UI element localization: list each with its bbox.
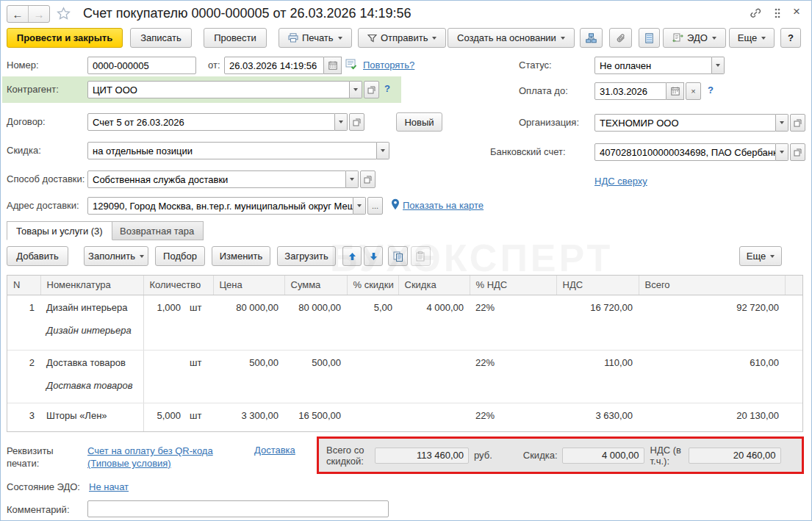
favorite-star-icon[interactable] [57,7,71,24]
repeat-link[interactable]: Повторять? [363,60,414,71]
report-rows-icon [645,33,653,43]
new-contract-button[interactable]: Новый [396,112,442,132]
copy-rows-button[interactable] [388,246,408,266]
col-total[interactable]: Всего [639,276,785,295]
date-field[interactable]: 26.03.2026 14:19:56 [224,57,342,74]
table-more-button[interactable]: Еще [739,246,782,266]
get-link-icon[interactable] [749,7,761,20]
vat-total-value: 20 460,00 [689,448,781,464]
add-row-button[interactable]: Добавить [7,246,68,266]
pay-until-field[interactable]: 31.03.2026 × [594,82,701,100]
forward-button[interactable]: → [28,6,49,22]
col-discount-pct[interactable]: % скидки [347,276,398,295]
open-record-icon[interactable] [790,114,805,132]
col-nomenclature[interactable]: Номенклатура [40,276,143,295]
invoice-window: ← → Счет покупателю 0000-000005 от 26.03… [0,0,812,521]
more-button[interactable]: Еще [729,28,775,48]
cell-sum: 80 000,00 [284,295,347,350]
col-vat-pct[interactable]: % НДС [470,276,556,295]
tab-returnable-tare[interactable]: Возвратная тара [110,221,204,240]
clear-date-button[interactable]: × [686,82,701,100]
load-button[interactable]: Загрузить [277,246,336,266]
chevron-down-icon[interactable] [346,170,359,188]
cell-discount-pct: 5,00 [347,295,398,350]
show-on-map-link[interactable]: Показать на карте [403,200,484,211]
move-down-button[interactable] [364,246,383,266]
col-price[interactable]: Цена [213,276,284,295]
col-discount[interactable]: Скидка [398,276,470,295]
number-field[interactable]: 0000-000005 [87,57,196,74]
cell-discount-pct [347,350,398,403]
bank-account-field[interactable]: 40702810100000034698, ПАО Сбербанк [594,143,805,161]
status-field[interactable]: Не оплачен [594,57,725,74]
col-sum[interactable]: Сумма [284,276,347,295]
attachments-button[interactable] [609,28,632,48]
organization-field[interactable]: ТЕХНОМИР ООО [594,114,805,132]
create-based-on-button[interactable]: Создать на основании [448,28,575,48]
address-more-button[interactable]: ... [367,197,383,215]
counterparty-help[interactable]: ? [384,83,390,94]
delivery-method-label: Способ доставки: [7,173,85,184]
cell-n: 3 [7,403,40,431]
print-button[interactable]: Печать [279,28,352,48]
table-row[interactable]: 3 Шторы «Лен» 5,000шт 3 300,00 16 500,00… [7,403,802,431]
calendar-icon[interactable] [324,57,342,74]
copy-icon [393,251,403,262]
open-record-icon[interactable] [360,170,376,188]
table-row[interactable]: 2 Доставка товаров Доставка товаров шт 5… [7,350,802,403]
cell-discount: 4 000,00 [398,295,470,350]
cell-total: 20 130,00 [639,403,785,431]
tab-goods-services[interactable]: Товары и услуги (3) [7,221,112,240]
edit-button[interactable]: Изменить [212,246,270,266]
chevron-down-icon[interactable] [776,143,788,161]
calendar-icon[interactable] [667,82,684,100]
fill-button[interactable]: Заполнить [84,246,148,266]
chevron-down-icon[interactable] [712,57,725,74]
dropdown-caret [338,37,342,40]
vat-mode-link[interactable]: НДС сверху [594,176,647,187]
close-icon[interactable]: × [793,4,800,19]
chevron-down-icon[interactable] [335,113,348,131]
delivery-address-field[interactable]: 129090, Город Москва, вн.тер.г. муниципа… [87,197,383,215]
pick-button[interactable]: Подбор [155,246,205,266]
help-button[interactable]: ? [780,28,801,48]
open-record-icon[interactable] [364,81,379,98]
post-button[interactable]: Провести [204,28,267,48]
menu-kebab-icon[interactable] [774,7,781,19]
col-n[interactable]: N [7,276,40,295]
back-button[interactable]: ← [7,6,28,22]
comment-input[interactable] [87,500,389,517]
cell-discount [398,403,470,431]
table-row[interactable]: 1 Дизайн интерьера Дизайн интерьера 1,00… [7,295,802,350]
schedule-icon[interactable] [345,59,357,73]
pay-until-help[interactable]: ? [708,85,714,96]
dropdown-caret [140,255,144,258]
delivery-link[interactable]: Доставка [254,445,295,456]
print-form-link[interactable]: Счет на оплату без QR-кода (Типовые усло… [87,445,246,470]
paste-rows-button[interactable] [411,246,431,266]
chevron-down-icon[interactable] [776,114,788,132]
chevron-down-icon[interactable] [350,81,362,98]
edo-button[interactable]: ЭДО [663,28,726,48]
contract-field[interactable]: Счет 5 от 26.03.2026 [87,113,364,131]
cell-nomenclature: Доставка товаров Доставка товаров [40,350,143,403]
chevron-down-icon[interactable] [377,142,389,159]
post-and-close-button[interactable]: Провести и закрыть [7,28,123,48]
send-button[interactable]: Отправить [358,28,446,48]
chevron-down-icon[interactable] [353,197,366,215]
move-up-button[interactable] [342,246,362,266]
counterparty-field[interactable]: ЦИТ ООО [87,81,379,98]
col-quantity[interactable]: Количество [143,276,213,295]
open-record-icon[interactable] [790,143,805,161]
cell-sum: 500,00 [284,350,347,403]
save-button[interactable]: Записать [130,28,192,48]
col-vat[interactable]: НДС [556,276,639,295]
status-label: Статус: [519,60,552,71]
discount-field[interactable]: на отдельные позиции [87,142,389,159]
open-record-icon[interactable] [349,113,364,131]
delivery-method-field[interactable]: Собственная служба доставки [87,170,376,188]
edo-state-link[interactable]: Не начат [89,481,129,492]
reports-button[interactable] [639,28,660,48]
col-spacer [785,276,802,295]
structure-button[interactable] [580,28,603,48]
